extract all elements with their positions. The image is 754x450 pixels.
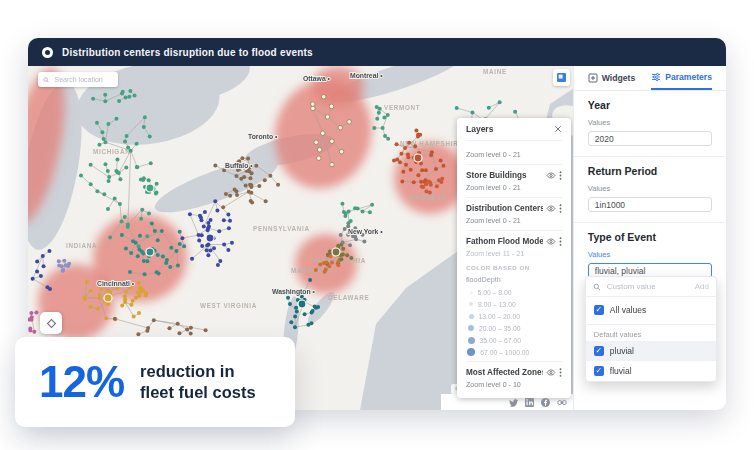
stat-description: reduction infleet fuel costs — [140, 361, 256, 404]
option-label: pluvial — [610, 346, 634, 356]
option-label: fluvial — [610, 366, 632, 376]
kebab-menu-icon[interactable] — [559, 204, 562, 213]
legend-entry: 13.00 – 20.00 — [466, 312, 562, 320]
layers-panel-title: Layers — [466, 124, 493, 134]
return-period-input[interactable] — [588, 197, 712, 212]
section-year-title: Year — [588, 99, 712, 111]
add-button[interactable]: Add — [695, 282, 709, 291]
layers-panel: Layers Zoom level 0 - 21Store BuildingsZ… — [457, 118, 571, 398]
svg-text:DELAWARE: DELAWARE — [328, 294, 369, 301]
visibility-eye-icon[interactable] — [546, 204, 556, 213]
svg-text:WEST VIRGINIA: WEST VIRGINIA — [200, 302, 257, 309]
social-links — [509, 398, 567, 407]
locate-diamond-icon — [45, 317, 58, 330]
layer-zoom-range: Zoom level 11 - 21 — [466, 250, 562, 258]
layer-title: Store Buildings — [466, 171, 543, 180]
layer-item: Most Affected ZonesZoom level 0 - 10 — [466, 361, 562, 394]
search-icon — [43, 76, 49, 84]
section-year: Year Values — [574, 91, 726, 157]
kebab-menu-icon[interactable] — [559, 237, 562, 246]
sidebar: Widgets Parameters Year Values Return Pe… — [573, 66, 726, 410]
page-title: Distribution centers disruption due to f… — [62, 47, 313, 58]
svg-text:Washington •: Washington • — [272, 288, 316, 296]
layer-item: Fathom Flood ModelZoom level 11 - 21COLO… — [466, 230, 562, 361]
tab-parameters[interactable]: Parameters — [651, 66, 712, 90]
svg-text:PENNSYLVANIA: PENNSYLVANIA — [253, 225, 310, 232]
values-label: Values — [588, 118, 712, 127]
section-type-of-event-title: Type of Event — [588, 231, 712, 243]
dropdown-option-all-values[interactable]: ✓All values — [586, 300, 716, 320]
custom-value-input[interactable] — [605, 281, 691, 292]
link-icon[interactable] — [557, 398, 567, 407]
checkbox-checked-icon[interactable]: ✓ — [594, 346, 604, 356]
basemap-style-button[interactable] — [553, 69, 570, 86]
svg-text:RHODE IS: RHODE IS — [410, 194, 446, 201]
parameters-sliders-icon — [651, 72, 661, 82]
twitter-icon[interactable] — [509, 399, 518, 407]
basemap-icon — [556, 72, 567, 83]
section-return-period: Return Period Values — [574, 157, 726, 223]
dropdown-group-label: Default values — [586, 324, 716, 341]
search-icon — [593, 283, 601, 291]
svg-text:INDIANA: INDIANA — [66, 242, 97, 249]
legend-entry: 5.00 – 8.00 — [466, 288, 562, 296]
facebook-icon[interactable] — [541, 398, 550, 407]
visibility-eye-icon[interactable] — [546, 368, 556, 377]
svg-text:New York •: New York • — [348, 228, 383, 235]
layer-item: Store BuildingsZoom level 0 - 21 — [466, 164, 562, 197]
svg-text:MAINE: MAINE — [483, 68, 507, 75]
stat-card: 12% reduction infleet fuel costs — [15, 337, 295, 427]
legend-entry: 67.00 – 1000.00 — [466, 348, 562, 356]
locate-button[interactable] — [40, 312, 62, 334]
tab-parameters-label: Parameters — [665, 72, 712, 82]
legend-entry: 20.00 – 35.00 — [466, 324, 562, 332]
linkedin-icon[interactable] — [525, 398, 534, 407]
widgets-icon — [588, 73, 598, 83]
close-icon[interactable] — [554, 125, 562, 133]
legend-entry: 35.00 – 67.00 — [466, 336, 562, 344]
layer-item: Zoom level 0 - 21 — [466, 141, 562, 164]
header: Distribution centers disruption due to f… — [28, 38, 726, 66]
kebab-menu-icon[interactable] — [559, 368, 562, 377]
layer-zoom-range: Zoom level 0 - 21 — [466, 217, 562, 225]
dropdown-search-row: Add — [586, 277, 716, 297]
svg-text:Toronto •: Toronto • — [248, 133, 278, 140]
type-of-event-dropdown: Add ✓All valuesDefault values✓pluvial✓fl… — [585, 276, 717, 382]
svg-text:Buffalo •: Buffalo • — [225, 162, 253, 169]
dropdown-option-fluvial[interactable]: ✓fluvial — [586, 361, 716, 381]
record-dot-icon — [42, 47, 53, 58]
values-label: Values — [588, 184, 712, 193]
layer-title: Distribution Centers B... — [466, 204, 543, 213]
svg-text:Montreal •: Montreal • — [350, 72, 383, 79]
legend-entry: 8.00 – 13.00 — [466, 300, 562, 308]
sidebar-tabs: Widgets Parameters — [574, 66, 726, 91]
option-label: All values — [610, 305, 646, 315]
checkbox-checked-icon[interactable]: ✓ — [594, 305, 604, 315]
kebab-menu-icon[interactable] — [559, 171, 562, 180]
checkbox-checked-icon[interactable]: ✓ — [594, 366, 604, 376]
stat-value: 12% — [39, 357, 124, 407]
layer-title: Most Affected Zones — [466, 368, 543, 377]
layer-zoom-range: Zoom level 0 - 21 — [466, 151, 562, 159]
layer-legend: COLOR BASED ONfloodDepth5.00 – 8.008.00 … — [466, 264, 562, 356]
visibility-eye-icon[interactable] — [546, 237, 556, 246]
layer-title: Fathom Flood Model — [466, 237, 543, 246]
dropdown-option-pluvial[interactable]: ✓pluvial — [586, 341, 716, 361]
svg-text:Cincinnati •: Cincinnati • — [97, 280, 135, 287]
tab-widgets[interactable]: Widgets — [588, 66, 635, 90]
values-label: Values — [588, 250, 712, 259]
map-search[interactable] — [38, 72, 118, 87]
visibility-eye-icon[interactable] — [546, 171, 556, 180]
layer-zoom-range: Zoom level 0 - 21 — [466, 184, 562, 192]
search-input[interactable] — [52, 75, 113, 84]
year-input[interactable] — [588, 131, 712, 146]
svg-text:Ottawa •: Ottawa • — [303, 75, 331, 82]
layer-item: Distribution Centers B...Zoom level 0 - … — [466, 197, 562, 230]
svg-text:VERMONT: VERMONT — [384, 104, 420, 111]
tab-widgets-label: Widgets — [602, 73, 635, 83]
layer-zoom-range: Zoom level 0 - 10 — [466, 381, 562, 389]
section-return-period-title: Return Period — [588, 165, 712, 177]
